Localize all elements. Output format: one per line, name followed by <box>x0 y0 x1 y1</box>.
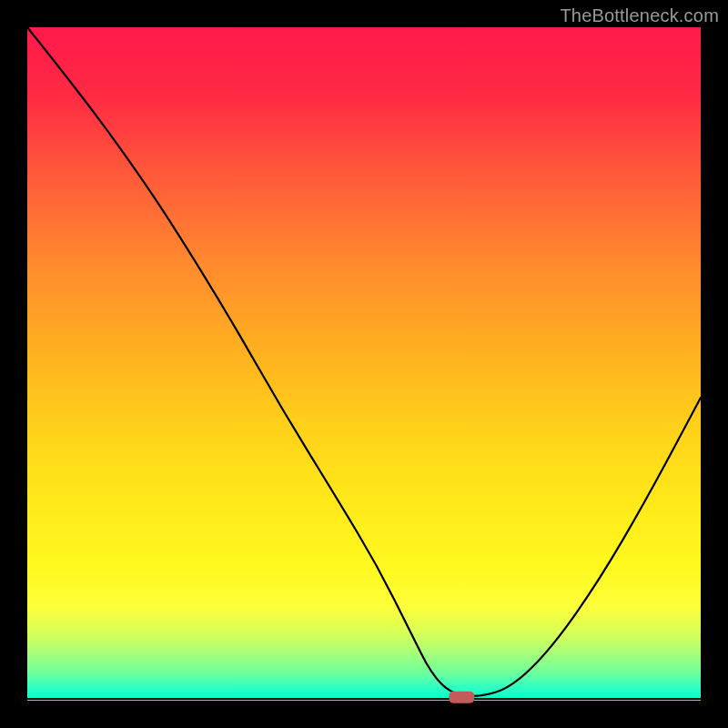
watermark-text: TheBottleneck.com <box>560 5 719 26</box>
optimal-marker <box>449 692 474 703</box>
bottleneck-curve <box>27 27 701 696</box>
plot-area <box>27 27 701 701</box>
plot-svg <box>27 27 701 701</box>
chart-frame: TheBottleneck.com <box>0 0 728 728</box>
